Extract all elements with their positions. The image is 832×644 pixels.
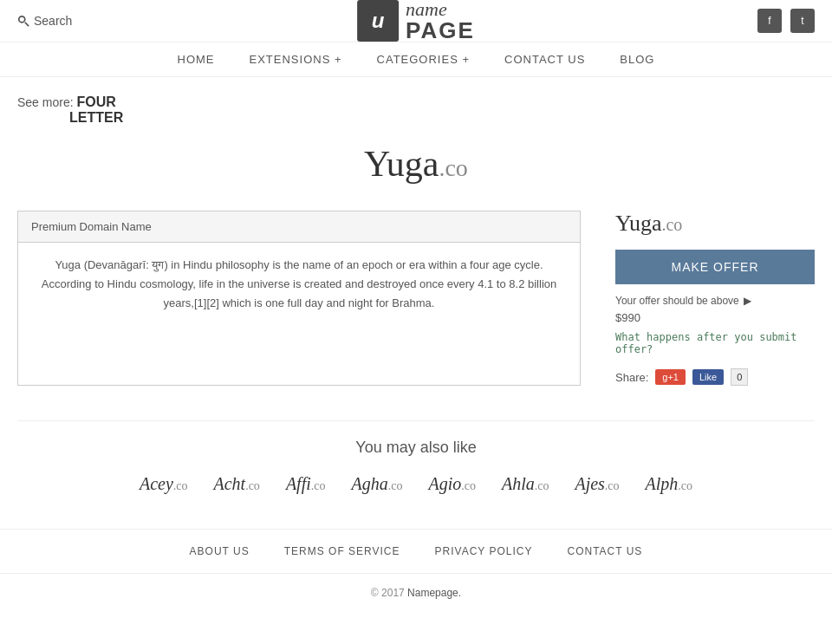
nav-home[interactable]: HOME (178, 53, 215, 66)
nav-categories[interactable]: CATEGORIES + (377, 53, 470, 66)
offer-question-link[interactable]: What happens after you submit offer? (615, 331, 815, 355)
svg-point-0 (19, 16, 25, 23)
search-icon (17, 15, 29, 27)
also-like-title: You may also like (17, 439, 815, 457)
offer-amount: $990 (615, 311, 815, 324)
logo-page: PAGE (406, 19, 475, 42)
site-header: Search u name PAGE f t (0, 0, 832, 42)
domain-grid-item[interactable]: Acey.co (140, 474, 188, 494)
see-more-prefix: See more: (17, 95, 74, 109)
footer-copyright: © 2017 (371, 587, 405, 599)
nav-contact[interactable]: CONTACT US (504, 53, 585, 66)
footer-bottom: © 2017 Namepage. (0, 573, 832, 612)
domain-grid-item[interactable]: Ahla.co (502, 474, 549, 494)
domain-description: Yuga (Devanāgarī: युग) in Hindu philosop… (31, 256, 567, 313)
fb-count: 0 (731, 368, 748, 386)
domain-grid-item[interactable]: Agio.co (428, 474, 476, 494)
main-content: See more: FOUR LETTER Yuga.co Premium Do… (0, 77, 832, 529)
nav-blog[interactable]: BLOG (620, 53, 654, 66)
main-nav: HOME EXTENSIONS + CATEGORIES + CONTACT U… (0, 42, 832, 77)
logo-icon-letter: u (372, 9, 385, 33)
main-grid: Premium Domain Name Yuga (Devanāgarī: यु… (17, 211, 815, 386)
domain-grid-item[interactable]: Agha.co (351, 474, 402, 494)
separator (17, 420, 815, 421)
make-offer-button[interactable]: Make Offer (615, 250, 815, 284)
svg-line-1 (25, 23, 29, 26)
footer-about[interactable]: ABOUT US (190, 545, 250, 557)
domain-description-panel: Premium Domain Name Yuga (Devanāgarī: यु… (17, 211, 581, 386)
see-more-link-four[interactable]: FOUR (76, 94, 115, 109)
nav-extensions[interactable]: EXTENSIONS + (250, 53, 342, 66)
domain-title: Yuga.co (17, 143, 815, 185)
facebook-icon[interactable]: f (757, 9, 782, 33)
also-like-section: You may also like Acey.coAcht.coAffi.coA… (17, 439, 815, 494)
footer-contact[interactable]: CONTACT US (567, 545, 642, 557)
arrow-icon: ▶ (744, 295, 751, 307)
domain-name-display: Yuga (364, 144, 439, 184)
see-more: See more: FOUR LETTER (17, 94, 815, 126)
fb-like-label: Like (699, 372, 717, 382)
logo-icon-box: u (357, 0, 399, 42)
footer-brand[interactable]: Namepage. (407, 587, 461, 599)
search-label: Search (34, 14, 72, 28)
logo-name: name (406, 0, 475, 19)
gplus-button[interactable]: g+1 (655, 369, 686, 385)
domain-grid: Acey.coAcht.coAffi.coAgha.coAgio.coAhla.… (17, 474, 815, 494)
footer-links: ABOUT US TERMS OF SERVICE PRIVACY POLICY… (0, 529, 832, 573)
footer-privacy[interactable]: PRIVACY POLICY (435, 545, 533, 557)
offer-hint: Your offer should be above ▶ (615, 295, 815, 307)
social-links: f t (757, 9, 815, 33)
offer-hint-text: Your offer should be above (615, 295, 739, 307)
site-logo[interactable]: u name PAGE (357, 0, 475, 42)
panel-header-text: Premium Domain Name (31, 220, 152, 233)
domain-full-name: Yuga.co (615, 211, 815, 237)
footer-terms[interactable]: TERMS OF SERVICE (284, 545, 400, 557)
search-button[interactable]: Search (17, 14, 72, 28)
domain-offer-panel: Yuga.co Make Offer Your offer should be … (615, 211, 815, 386)
panel-header: Premium Domain Name (18, 211, 580, 243)
domain-tld-right: .co (661, 215, 682, 234)
domain-grid-item[interactable]: Alph.co (646, 474, 693, 494)
domain-name-right: Yuga (615, 211, 661, 236)
logo-text: name PAGE (406, 0, 475, 42)
domain-grid-item[interactable]: Ajes.co (575, 474, 619, 494)
domain-grid-item[interactable]: Affi.co (286, 474, 326, 494)
share-row: Share: g+1 Like 0 (615, 368, 815, 386)
share-label: Share: (615, 371, 648, 384)
domain-grid-item[interactable]: Acht.co (214, 474, 260, 494)
domain-tld-display: .co (439, 154, 467, 181)
facebook-like-button[interactable]: Like (692, 369, 724, 385)
see-more-link-letter[interactable]: LETTER (69, 110, 815, 126)
panel-body: Yuga (Devanāgarī: युग) in Hindu philosop… (18, 243, 580, 326)
twitter-icon[interactable]: t (790, 9, 815, 33)
